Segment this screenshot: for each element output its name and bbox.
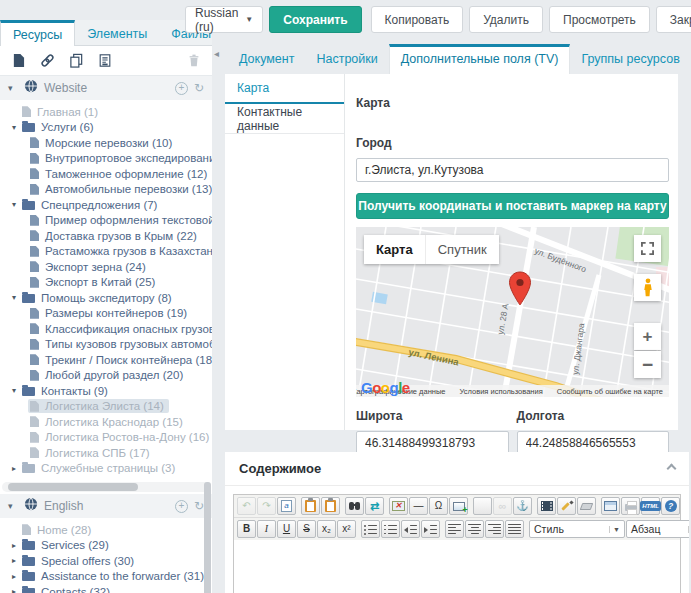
tab-resources[interactable]: Ресурсы [0, 20, 75, 46]
caret-right-icon[interactable]: ▸ [8, 556, 20, 565]
tree-item-selected[interactable]: Логистика Элиста (14) [0, 399, 212, 415]
collapse-content-icon[interactable] [667, 464, 677, 474]
get-coordinates-button[interactable]: Получить координаты и поставить маркер н… [356, 193, 669, 219]
tree-item[interactable]: Классификация опасных грузов [0, 321, 212, 337]
tree-item[interactable]: Пример оформления текстовой [0, 213, 212, 229]
tree-item[interactable]: Экспорт в Китай (25) [0, 275, 212, 291]
align-justify-icon[interactable] [505, 520, 524, 538]
unlink-icon[interactable]: ∞ [493, 497, 512, 515]
scrollbar-thumb[interactable] [8, 483, 138, 491]
horizontal-rule-icon[interactable]: — [409, 497, 428, 515]
caret-down-icon[interactable]: ▾ [8, 83, 18, 93]
trash-icon[interactable] [186, 53, 202, 69]
editor-text-area[interactable] [234, 540, 680, 593]
caret-right-icon[interactable]: ▸ [8, 541, 20, 550]
print-icon[interactable] [621, 497, 640, 515]
brush-icon[interactable] [557, 497, 576, 515]
tree-item[interactable]: ▸Служебные страницы (3) [0, 461, 212, 477]
caret-down-icon[interactable]: ▾ [8, 501, 18, 511]
map-marker[interactable] [508, 271, 532, 311]
align-left-icon[interactable] [445, 520, 464, 538]
numbered-list-icon[interactable] [381, 520, 400, 538]
bullet-list-icon[interactable] [361, 520, 380, 538]
save-button[interactable]: Сохранить [269, 6, 361, 33]
pegman-button[interactable] [634, 274, 661, 301]
align-right-icon[interactable] [485, 520, 504, 538]
tree-item[interactable]: Растаможка грузов в Казахстан [0, 244, 212, 260]
search-icon[interactable] [345, 497, 364, 515]
paragraph-format-select[interactable]: Абзац▼ [626, 520, 689, 538]
paste-icon[interactable] [301, 497, 320, 515]
refresh-icon[interactable]: ↻ [194, 500, 204, 512]
bold-icon[interactable]: B [237, 520, 256, 538]
caret-right-icon[interactable]: ▸ [8, 464, 20, 473]
report-icon[interactable] [97, 53, 113, 69]
media-icon[interactable] [537, 497, 556, 515]
attribution-terms[interactable]: Условия использования [460, 387, 543, 396]
tree-item[interactable]: Логистика СПБ (17) [0, 445, 212, 461]
panel-splitter[interactable]: ◂ [212, 0, 225, 593]
add-resource-icon[interactable]: + [175, 500, 188, 513]
caret-right-icon[interactable]: ▸ [8, 572, 20, 581]
superscript-icon[interactable]: x² [337, 520, 356, 538]
anchor-icon[interactable]: ⚓ [513, 497, 532, 515]
caret-down-icon[interactable]: ▾ [8, 293, 20, 302]
duplicate-button[interactable]: Копировать [371, 6, 464, 33]
duplicate-icon[interactable] [68, 53, 84, 69]
tree-item[interactable]: ▸Assistance to the forwarder (31) [0, 569, 212, 585]
tree-item[interactable]: Типы кузовов грузовых автомоб [0, 337, 212, 353]
zoom-in-button[interactable]: + [634, 323, 661, 350]
tree-item[interactable]: Любой другой раздел (20) [0, 368, 212, 384]
subscript-icon[interactable]: x₂ [317, 520, 336, 538]
attribution-report[interactable]: Сообщить об ошибке на карте [557, 387, 663, 396]
special-char-icon[interactable]: Ω [429, 497, 448, 515]
tree-item[interactable]: ▸Services (29) [0, 538, 212, 554]
tab-document[interactable]: Документ [228, 46, 305, 74]
caret-right-icon[interactable]: ▸ [8, 587, 20, 593]
tree-item[interactable]: Внутрипортовое экспедировани [0, 151, 212, 167]
html-source-icon[interactable]: HTML [641, 497, 660, 515]
italic-icon[interactable]: I [257, 520, 276, 538]
tree-item[interactable]: Home (28) [0, 522, 212, 538]
caret-down-icon[interactable]: ▾ [8, 123, 20, 132]
undo-icon[interactable]: ↶ [237, 497, 256, 515]
tree-item[interactable]: ▾Помощь экспедитору (8) [0, 290, 212, 306]
vertical-scrollbar-thumb[interactable] [204, 482, 211, 593]
close-button[interactable]: Закрыть [656, 6, 691, 33]
tree-item[interactable]: Доставка грузов в Крым (22) [0, 228, 212, 244]
tree-item[interactable]: Морские перевозки (10) [0, 135, 212, 151]
blank-button[interactable] [473, 497, 492, 515]
fullscreen-button[interactable] [634, 235, 661, 262]
tv-category-contacts[interactable]: Контактные данные [225, 104, 344, 134]
view-button[interactable]: Просмотреть [549, 6, 650, 33]
tree-item[interactable]: Таможенное оформление (12) [0, 166, 212, 182]
tree-item[interactable]: Размеры контейнеров (19) [0, 306, 212, 322]
tree-item[interactable]: ▸Special offers (30) [0, 553, 212, 569]
insert-image-icon[interactable] [389, 497, 408, 515]
tab-template-variables[interactable]: Дополнительные поля (TV) [389, 44, 571, 74]
tree-item[interactable]: Автомобильные перевозки (13) [0, 182, 212, 198]
eraser-icon[interactable] [577, 497, 596, 515]
select-all-icon[interactable]: a [277, 497, 296, 515]
layer-icon[interactable] [601, 497, 620, 515]
underline-icon[interactable]: U [277, 520, 296, 538]
refresh-icon[interactable]: ↻ [194, 82, 204, 94]
tree-item[interactable]: ▸Contacts (32) [0, 584, 212, 593]
tree-item[interactable]: ▾Услуги (6) [0, 120, 212, 136]
insert-table-icon[interactable] [449, 497, 468, 515]
link-icon[interactable] [39, 53, 55, 69]
tab-elements[interactable]: Элементы [75, 20, 159, 45]
style-select[interactable]: Стиль▼ [529, 520, 625, 538]
tree-item[interactable]: Экспорт зерна (24) [0, 259, 212, 275]
google-map[interactable]: ул. Будённого ул. 28 А ул. Джангара ул. … [356, 227, 669, 397]
language-selector[interactable]: Russian (ru) ▼ [185, 6, 263, 33]
tree-item[interactable]: Трекинг / Поиск контейнера (18) [0, 352, 212, 368]
caret-down-icon[interactable]: ▾ [8, 386, 20, 395]
google-logo[interactable]: Google [361, 379, 410, 396]
indent-icon[interactable] [421, 520, 440, 538]
strikethrough-icon[interactable]: S [297, 520, 316, 538]
horizontal-scrollbar[interactable] [2, 482, 210, 492]
redo-icon[interactable]: ↷ [257, 497, 276, 515]
align-center-icon[interactable] [465, 520, 484, 538]
add-resource-icon[interactable]: + [175, 82, 188, 95]
